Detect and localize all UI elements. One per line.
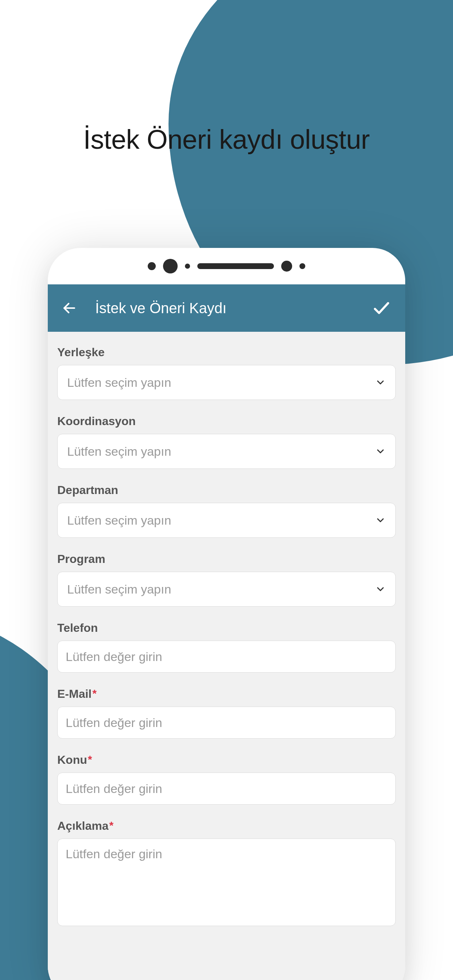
- app-bar-title: İstek ve Öneri Kaydı: [95, 300, 226, 317]
- label-telefon: Telefon: [57, 621, 396, 635]
- input-telefon[interactable]: [57, 641, 396, 673]
- phone-screen: İstek ve Öneri Kaydı Yerleşke Lütfen seç…: [48, 285, 405, 980]
- required-asterisk: *: [92, 687, 97, 699]
- field-telefon: Telefon: [57, 621, 396, 673]
- label-yerleske: Yerleşke: [57, 345, 396, 359]
- label-konu: Konu*: [57, 753, 396, 767]
- field-yerleske: Yerleşke Lütfen seçim yapın: [57, 345, 396, 400]
- app-bar: İstek ve Öneri Kaydı: [48, 285, 405, 332]
- phone-device-frame: İstek ve Öneri Kaydı Yerleşke Lütfen seç…: [48, 248, 405, 980]
- chevron-down-icon: [375, 446, 386, 457]
- label-aciklama: Açıklama*: [57, 819, 396, 833]
- input-email[interactable]: [57, 706, 396, 739]
- label-email: E-Mail*: [57, 687, 396, 701]
- sensor-dot: [281, 261, 292, 272]
- phone-sensor-bar: [48, 248, 405, 285]
- select-placeholder: Lütfen seçim yapın: [67, 444, 171, 459]
- hero-title: İstek Öneri kaydı oluştur: [0, 124, 453, 155]
- field-email: E-Mail*: [57, 687, 396, 739]
- field-program: Program Lütfen seçim yapın: [57, 552, 396, 607]
- sensor-dot: [300, 263, 305, 269]
- check-icon: [372, 298, 391, 318]
- label-departman: Departman: [57, 484, 396, 497]
- chevron-down-icon: [375, 584, 386, 595]
- label-konu-text: Konu: [57, 753, 87, 766]
- select-departman[interactable]: Lütfen seçim yapın: [57, 503, 396, 538]
- required-asterisk: *: [109, 819, 114, 831]
- field-koordinasyon: Koordinasyon Lütfen seçim yapın: [57, 415, 396, 469]
- arrow-left-icon: [62, 301, 77, 316]
- sensor-dot: [163, 259, 178, 274]
- select-placeholder: Lütfen seçim yapın: [67, 513, 171, 528]
- select-koordinasyon[interactable]: Lütfen seçim yapın: [57, 434, 396, 469]
- chevron-down-icon: [375, 515, 386, 526]
- chevron-down-icon: [375, 377, 386, 388]
- select-program[interactable]: Lütfen seçim yapın: [57, 572, 396, 607]
- field-konu: Konu*: [57, 753, 396, 805]
- phone-speaker: [197, 263, 274, 269]
- label-koordinasyon: Koordinasyon: [57, 415, 396, 428]
- input-konu[interactable]: [57, 773, 396, 805]
- select-placeholder: Lütfen seçim yapın: [67, 582, 171, 597]
- back-button[interactable]: [62, 301, 77, 316]
- select-placeholder: Lütfen seçim yapın: [67, 375, 171, 390]
- label-aciklama-text: Açıklama: [57, 819, 109, 832]
- submit-button[interactable]: [372, 298, 391, 318]
- sensor-dot: [185, 264, 190, 269]
- sensor-dot: [148, 262, 156, 270]
- textarea-aciklama[interactable]: [57, 838, 396, 926]
- field-departman: Departman Lütfen seçim yapın: [57, 484, 396, 538]
- form-container: Yerleşke Lütfen seçim yapın Koordinasyon…: [48, 332, 405, 956]
- required-asterisk: *: [88, 753, 92, 765]
- label-email-text: E-Mail: [57, 687, 91, 700]
- field-aciklama: Açıklama*: [57, 819, 396, 928]
- label-program: Program: [57, 552, 396, 566]
- select-yerleske[interactable]: Lütfen seçim yapın: [57, 365, 396, 400]
